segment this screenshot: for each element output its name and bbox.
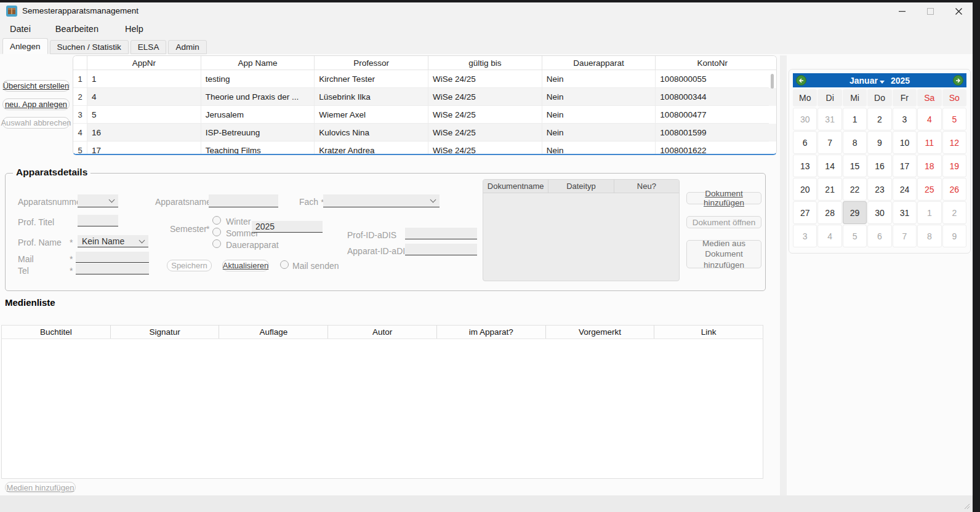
apparatsnummer-combobox[interactable] [78,194,118,207]
table-row[interactable]: 5 17 Teaching Films Kratzer Andrea WiSe … [73,142,776,155]
mail-input[interactable] [76,252,149,263]
table-row[interactable]: 4 16 ISP-Betreuung Kulovics Nina WiSe 24… [73,124,776,142]
dokument-oeffnen-button[interactable]: Dokument öffnen [686,216,761,228]
apparatsname-input[interactable] [209,194,278,207]
calendar-day[interactable]: 6 [793,131,817,154]
calendar-day[interactable]: 13 [793,154,817,177]
calendar-day[interactable]: 4 [917,108,941,130]
winter-radio[interactable] [212,216,221,225]
column-header-vorgemerkt[interactable]: Vorgemerkt [546,326,655,338]
medien-aus-dokument-button[interactable]: Medien aus Dokument hinzufügen [686,240,761,268]
column-header-auflage[interactable]: Auflage [219,326,328,338]
calendar-day[interactable]: 25 [917,178,941,201]
calendar-day[interactable]: 31 [893,201,917,224]
tab-admin[interactable]: Admin [168,40,206,54]
calendar-day[interactable]: 10 [893,131,917,154]
table-row[interactable]: 1 1 testing Kirchner Tester WiSe 24/25 N… [73,70,776,88]
column-header-kontonr[interactable]: KontoNr [655,56,769,70]
column-header-dokumentname[interactable]: Dokumentname [483,180,548,193]
column-header-professor[interactable]: Professor [314,56,428,70]
tel-input[interactable] [76,263,149,274]
apps-table-scrollbar[interactable] [769,71,775,154]
auswahl-abbrechen-button[interactable]: Auswahl abbrechen [2,117,70,129]
calendar-day[interactable]: 7 [893,225,917,247]
calendar-day[interactable]: 1 [917,201,941,224]
dauerapparat-radio[interactable] [212,239,221,248]
calendar-day[interactable]: 23 [867,178,891,201]
mail-senden-checkbox[interactable] [280,260,289,269]
calendar-day[interactable]: 5 [942,108,966,130]
calendar-day[interactable]: 5 [843,225,867,247]
calendar-next-button[interactable] [953,75,963,86]
aktualisieren-button[interactable]: Aktualisieren [222,260,269,271]
calendar-day[interactable]: 6 [867,225,891,247]
calendar-day[interactable]: 20 [793,178,817,201]
maximize-button[interactable] [916,2,944,20]
column-header-im-apparat[interactable]: im Apparat? [437,326,546,338]
uebersicht-erstellen-button[interactable]: Übersicht erstellen [2,80,70,92]
table-row[interactable]: 3 5 Jerusalem Wiemer Axel WiSe 24/25 Nei… [73,106,776,124]
column-header-app-name[interactable]: App Name [201,56,315,70]
column-header-appnr[interactable]: AppNr [87,56,201,70]
scrollbar-thumb[interactable] [771,74,774,89]
calendar-day[interactable]: 4 [817,225,841,247]
calendar-day[interactable]: 8 [843,131,867,154]
neu-app-anlegen-button[interactable]: neu. App anlegen [2,98,70,110]
calendar-month-year[interactable]: Januar 2025 [849,76,910,86]
column-header-signatur[interactable]: Signatur [111,326,220,338]
column-header-neu[interactable]: Neu? [614,180,679,193]
minimize-button[interactable] [888,2,916,20]
calendar-day[interactable]: 2 [867,108,891,130]
menu-help[interactable]: Help [120,22,148,36]
apparat-id-adis-input[interactable] [405,244,477,255]
column-header-autor[interactable]: Autor [328,326,437,338]
resize-grip[interactable] [964,503,970,510]
calendar-day[interactable]: 19 [942,154,966,177]
tab-anlegen[interactable]: Anlegen [2,38,48,54]
column-header-gueltig-bis[interactable]: gültig bis [428,56,542,70]
calendar-day[interactable]: 21 [817,178,841,201]
semester-year-input[interactable] [252,221,323,233]
calendar-day[interactable]: 14 [817,154,841,177]
calendar-day[interactable]: 29 [843,201,867,224]
calendar-prev-button[interactable] [796,75,806,86]
calendar-day[interactable]: 15 [843,154,867,177]
column-header-dateityp[interactable]: Dateityp [548,180,614,193]
prof-titel-input[interactable] [78,215,118,226]
calendar-day[interactable]: 22 [843,178,867,201]
calendar-day[interactable]: 16 [867,154,891,177]
calendar-day[interactable]: 18 [917,154,941,177]
calendar-day[interactable]: 7 [817,131,841,154]
calendar-day[interactable]: 12 [942,131,966,154]
calendar-day[interactable]: 30 [793,108,817,130]
close-button[interactable] [944,2,973,20]
column-header-link[interactable]: Link [654,326,763,338]
calendar-year-label[interactable]: 2025 [891,76,910,86]
calendar-day[interactable]: 24 [893,178,917,201]
calendar-day[interactable]: 31 [817,108,841,130]
tab-elsa[interactable]: ELSA [131,40,167,54]
calendar-day[interactable]: 17 [893,154,917,177]
calendar-day[interactable]: 3 [793,225,817,247]
calendar-day[interactable]: 27 [793,201,817,224]
calendar-month-label[interactable]: Januar [849,76,878,86]
calendar-day[interactable]: 1 [843,108,867,130]
medien-hinzufuegen-button[interactable]: Medien hinzufügen [5,482,76,493]
sommer-radio[interactable] [212,228,221,236]
table-row[interactable]: 2 4 Theorie und Praxis der ... Lüsebrink… [73,88,776,106]
calendar-day[interactable]: 8 [917,225,941,247]
calendar-day[interactable]: 28 [817,201,841,224]
prof-name-combobox[interactable]: Kein Name [78,235,148,247]
calendar-day[interactable]: 11 [917,131,941,154]
calendar-day[interactable]: 30 [867,201,891,224]
fach-combobox[interactable] [323,194,440,207]
calendar-day[interactable]: 9 [867,131,891,154]
calendar-day[interactable]: 26 [942,178,966,201]
menu-bearbeiten[interactable]: Bearbeiten [50,22,103,36]
column-header-buchtitel[interactable]: Buchtitel [2,326,111,338]
speichern-button[interactable]: Speichern [167,260,212,271]
vertical-scroll-strip[interactable] [780,55,787,502]
column-header-dauerapparat[interactable]: Dauerapparat [542,56,656,70]
dokument-hinzufuegen-button[interactable]: Dokument hinzufügen [686,192,761,204]
tab-suchen-statistik[interactable]: Suchen / Statistik [50,40,129,54]
